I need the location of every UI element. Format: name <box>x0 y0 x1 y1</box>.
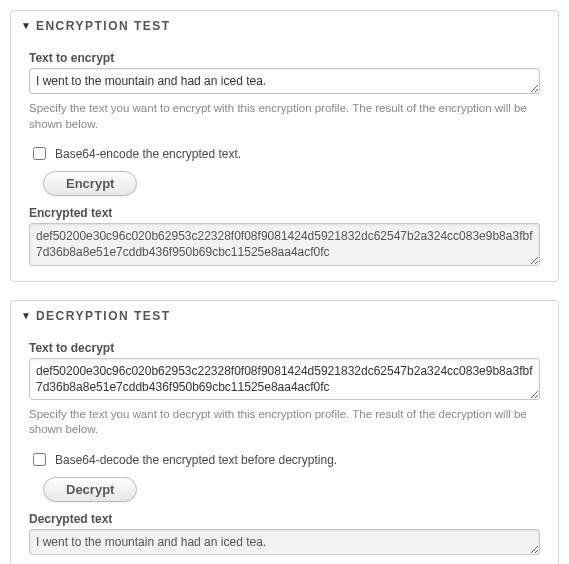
text-to-encrypt-input[interactable] <box>29 68 540 94</box>
decrypt-help-text: Specify the text you want to decrypt wit… <box>29 407 540 438</box>
decryption-panel-toggle[interactable]: ▼ DECRYPTION TEST <box>11 301 558 327</box>
base64-decode-checkbox[interactable] <box>33 453 46 466</box>
encrypted-text-output[interactable] <box>29 223 540 265</box>
base64-decode-label: Base64-decode the encrypted text before … <box>55 453 337 467</box>
decrypted-text-label: Decrypted text <box>29 512 540 526</box>
decrypted-text-output[interactable] <box>29 529 540 555</box>
text-to-decrypt-input[interactable] <box>29 358 540 400</box>
encrypt-button[interactable]: Encrypt <box>43 171 137 196</box>
text-to-decrypt-label: Text to decrypt <box>29 341 540 355</box>
decrypt-button[interactable]: Decrypt <box>43 477 137 502</box>
encrypted-text-label: Encrypted text <box>29 206 540 220</box>
text-to-encrypt-label: Text to encrypt <box>29 51 540 65</box>
encryption-panel-title: ENCRYPTION TEST <box>36 19 171 33</box>
encryption-panel-toggle[interactable]: ▼ ENCRYPTION TEST <box>11 11 558 37</box>
encryption-panel-body: Text to encrypt Specify the text you wan… <box>11 37 558 269</box>
base64-decode-row[interactable]: Base64-decode the encrypted text before … <box>29 450 540 469</box>
encryption-panel: ▼ ENCRYPTION TEST Text to encrypt Specif… <box>10 10 559 282</box>
base64-encode-row[interactable]: Base64-encode the encrypted text. <box>29 144 540 163</box>
disclosure-triangle-icon: ▼ <box>21 21 31 31</box>
disclosure-triangle-icon: ▼ <box>21 311 31 321</box>
decryption-panel-body: Text to decrypt Specify the text you wan… <box>11 327 558 559</box>
encrypt-help-text: Specify the text you want to encrypt wit… <box>29 101 540 132</box>
decryption-panel: ▼ DECRYPTION TEST Text to decrypt Specif… <box>10 300 559 564</box>
base64-encode-checkbox[interactable] <box>33 147 46 160</box>
decryption-panel-title: DECRYPTION TEST <box>36 309 171 323</box>
base64-encode-label: Base64-encode the encrypted text. <box>55 147 241 161</box>
